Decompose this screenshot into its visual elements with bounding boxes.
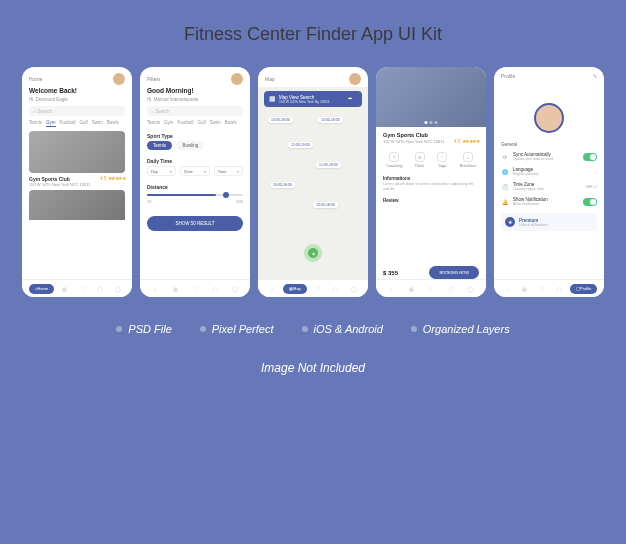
search-input[interactable]: ⌕ Search — [147, 106, 243, 116]
tab-tennis[interactable]: Tennis — [29, 120, 42, 127]
time-chip[interactable]: 10:00-18:00 — [268, 117, 293, 123]
edit-icon[interactable]: ✎ — [593, 73, 597, 79]
tab-golf[interactable]: Golf — [80, 120, 88, 127]
booking-button[interactable]: BOOKING NOW — [429, 266, 479, 279]
premium-sub: Unlock all features — [519, 223, 548, 227]
premium-card[interactable]: ★ Premium Unlock all features — [501, 213, 597, 231]
info-section: Informations Lorem ipsum dolor sit amet … — [376, 173, 486, 195]
screens-row: Home Welcome Back! Hi, Desmond Eagle ⌕ S… — [22, 67, 604, 297]
time-chip[interactable]: 10:00-18:00 — [313, 202, 338, 208]
tab-golf[interactable]: Golf — [198, 120, 206, 125]
nav-map-icon[interactable]: ▦ — [518, 284, 532, 294]
setting-language[interactable]: 🌐 Language English (default) › — [494, 164, 604, 179]
gym-image-2[interactable] — [29, 190, 125, 220]
tab-tennis[interactable]: Tennis — [147, 120, 160, 125]
time-chip[interactable]: 12:00-18:00 — [316, 162, 341, 168]
nav-heart-icon[interactable]: ♡ — [311, 284, 325, 294]
setting-notification[interactable]: 🔔 Show Notification Allow notification — [494, 194, 604, 209]
nav-map-icon[interactable]: ▦ — [58, 284, 72, 294]
nav-profile-icon[interactable]: ◯ — [347, 284, 361, 294]
avatar[interactable] — [349, 73, 361, 85]
day-select[interactable]: Day▾ — [147, 166, 176, 176]
date-select[interactable]: Date▾ — [180, 166, 209, 176]
nav-profile-icon[interactable]: ◯ — [228, 284, 242, 294]
gym-image[interactable] — [29, 131, 125, 173]
nav-heart-icon[interactable]: ♡ — [535, 284, 549, 294]
profile-avatar[interactable] — [534, 103, 564, 133]
amenity-yoga[interactable]: ♀Yoga — [437, 152, 447, 168]
tab-bowls[interactable]: Bowls — [225, 120, 237, 125]
screen-home: Home Welcome Back! Hi, Desmond Eagle ⌕ S… — [22, 67, 132, 297]
tab-swim[interactable]: Swim — [210, 120, 221, 125]
slider-thumb[interactable] — [223, 192, 229, 198]
amenity-coaching[interactable]: ☺Coaching — [386, 152, 402, 168]
search-input[interactable]: ⌕ Search — [29, 106, 125, 116]
nav-bag-icon[interactable]: ▢ — [208, 284, 222, 294]
nav-heart-icon[interactable]: ♡ — [424, 284, 438, 294]
star-icon: ★★★★★ — [462, 139, 480, 144]
feature-item: Pixel Perfect — [200, 323, 274, 335]
category-tabs: Tennis Gym Football Golf Swim Bowls — [140, 120, 250, 129]
notification-toggle[interactable] — [583, 198, 597, 206]
nav-bag-icon[interactable]: ▢ — [553, 284, 567, 294]
amenity-drink[interactable]: ⊟Drink — [415, 152, 425, 168]
dot[interactable] — [425, 121, 428, 124]
distance-slider[interactable]: 10 900 — [140, 192, 250, 210]
rating-value: 4.5 — [100, 176, 106, 181]
setting-sub: English (default) — [513, 172, 591, 176]
nav-bag-icon[interactable]: ▢ — [329, 284, 343, 294]
tab-gym[interactable]: Gym — [164, 120, 174, 125]
yoga-icon: ♀ — [437, 152, 447, 162]
detail-address: 150 W 54Th New York NYC 10011 — [383, 139, 445, 144]
header-label: Profile — [501, 73, 515, 79]
map-view[interactable]: ▦ Map View Search 150 W 54Th New York Ny… — [258, 87, 368, 297]
time-select[interactable]: Time▾ — [214, 166, 243, 176]
nav-profile-icon[interactable]: ◯ — [464, 284, 478, 294]
rating-value: 4.5 — [454, 139, 460, 144]
pill-tennis[interactable]: Tennis — [147, 141, 172, 150]
sync-toggle[interactable] — [583, 153, 597, 161]
nav-bag-icon[interactable]: ▢ — [93, 284, 107, 294]
pill-bowling[interactable]: Bowling — [176, 141, 204, 150]
nav-home-icon[interactable]: ⌂ — [384, 284, 398, 294]
dot[interactable] — [430, 121, 433, 124]
header-label: Home — [29, 76, 42, 82]
header-label: Map — [265, 76, 275, 82]
time-chip[interactable]: 10:00-18:00 — [270, 182, 295, 188]
tab-football[interactable]: Football — [60, 120, 76, 127]
nav-profile-icon[interactable]: ◯ — [111, 284, 125, 294]
avatar[interactable] — [231, 73, 243, 85]
page-title: Fitness Center Finder App UI Kit — [184, 24, 442, 45]
nav-map[interactable]: ▦ Map — [283, 284, 307, 294]
avatar[interactable] — [113, 73, 125, 85]
dot[interactable] — [435, 121, 438, 124]
nav-map-icon[interactable]: ▦ — [168, 284, 182, 294]
detail-hero-image[interactable] — [376, 67, 486, 127]
tab-football[interactable]: Football — [178, 120, 194, 125]
coaching-icon: ☺ — [389, 152, 399, 162]
review-label: Review — [383, 198, 479, 203]
tab-bowls[interactable]: Bowls — [107, 120, 119, 127]
time-chip[interactable]: 10:00-18:00 — [318, 117, 343, 123]
nav-heart-icon[interactable]: ♡ — [76, 284, 90, 294]
nav-home-icon[interactable]: ⌂ — [265, 284, 279, 294]
setting-sync[interactable]: ⟳ Sync Automatically Update your data to… — [494, 149, 604, 164]
nav-heart-icon[interactable]: ♡ — [188, 284, 202, 294]
setting-timezone[interactable]: 🕐 Time Zone Country region here GMT+7 — [494, 179, 604, 194]
time-chip[interactable]: 12:00-19:00 — [288, 142, 313, 148]
share-icon[interactable]: ➦ — [348, 95, 358, 105]
nav-home[interactable]: ⌂ Home — [29, 284, 54, 294]
clock-icon: 🕐 — [501, 183, 509, 191]
tab-swim[interactable]: Swim — [92, 120, 103, 127]
nav-bag-icon[interactable]: ▢ — [444, 284, 458, 294]
show-result-button[interactable]: SHOW 50 RESULT — [147, 216, 243, 231]
nav-map-icon[interactable]: ▦ — [404, 284, 418, 294]
nav-home-icon[interactable]: ⌂ — [501, 284, 515, 294]
nav-home-icon[interactable]: ⌂ — [148, 284, 162, 294]
nav-profile[interactable]: ◯ Profile — [570, 284, 597, 294]
map-icon: ▦ — [269, 95, 276, 103]
amenity-breakfast[interactable]: ♨Breakfast — [460, 152, 476, 168]
drink-icon: ⊟ — [415, 152, 425, 162]
chevron-down-icon: ▾ — [170, 169, 172, 174]
tab-gym[interactable]: Gym — [46, 120, 56, 127]
